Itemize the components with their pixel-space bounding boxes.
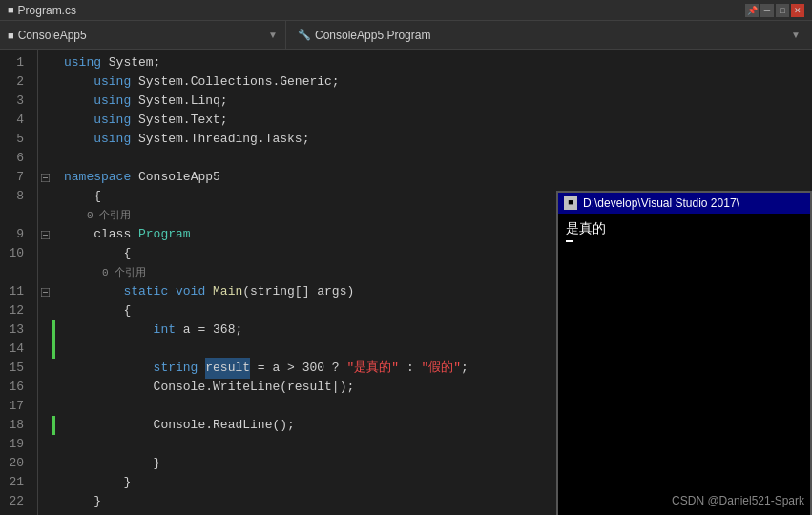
code-line: using System.Text;	[64, 111, 812, 130]
console-title-text: D:\develop\Visual Studio 2017\	[583, 196, 804, 210]
code-token: {	[64, 244, 131, 263]
line-number: 1	[0, 53, 30, 72]
line-number: 14	[0, 340, 30, 359]
code-line	[64, 149, 812, 168]
nav-right-chevron: ▼	[791, 30, 801, 40]
line-number: 9	[0, 225, 30, 244]
code-token: static void	[64, 282, 213, 301]
maximize-button[interactable]: □	[776, 4, 789, 17]
collapse-indicator	[38, 263, 52, 282]
line-number: 3	[0, 92, 30, 111]
collapse-indicator	[38, 397, 52, 416]
collapse-indicator	[38, 359, 52, 378]
line-numbers: 1234567891011121314151617181920212223	[0, 50, 38, 515]
code-token: Main	[213, 282, 242, 301]
code-token: }	[64, 492, 101, 511]
line-number: 2	[0, 72, 30, 92]
collapse-indicator	[38, 244, 52, 263]
line-number: 21	[0, 473, 30, 492]
code-token: (string[] args)	[242, 282, 354, 301]
nav-right-dropdown[interactable]: 🔧 ConsoleApp5.Program ▼	[286, 29, 812, 42]
code-token: using	[64, 111, 131, 130]
code-token: "是真的"	[346, 359, 399, 378]
code-token: }	[64, 473, 131, 492]
collapse-indicator	[38, 92, 52, 111]
collapse-indicator[interactable]	[38, 168, 52, 187]
code-line: using System.Linq;	[64, 92, 812, 111]
console-title-bar: ■ D:\develop\Visual Studio 2017\	[558, 193, 810, 214]
line-number	[0, 263, 30, 282]
line-number: 23	[0, 511, 30, 515]
collapse-indicator	[38, 378, 52, 397]
nav-left-dropdown[interactable]: ■ ConsoleApp5 ▼	[0, 21, 286, 49]
code-token: System.Threading.Tasks;	[131, 130, 309, 149]
nav-left-chevron: ▼	[268, 30, 278, 40]
line-number: 19	[0, 435, 30, 454]
code-token: ConsoleApp5	[131, 168, 220, 187]
code-token: ;	[461, 359, 468, 378]
nav-right-label: ConsoleApp5.Program	[315, 29, 430, 42]
code-token: namespace	[64, 168, 131, 187]
title-bar-controls: 📌 ─ □ ✕	[745, 4, 804, 17]
line-number: 12	[0, 301, 30, 320]
pin-button[interactable]: 📌	[745, 4, 759, 17]
close-button[interactable]: ✕	[791, 4, 804, 17]
code-token: a = 368;	[176, 320, 242, 340]
line-number: 8	[0, 187, 30, 206]
collapse-indicator	[38, 301, 52, 320]
collapse-indicator[interactable]	[38, 282, 52, 301]
line-number: 6	[0, 149, 30, 168]
nav-bar: ■ ConsoleApp5 ▼ 🔧 ConsoleApp5.Program ▼	[0, 21, 812, 50]
nav-left-icon: ■	[8, 30, 14, 41]
code-token: result	[205, 358, 250, 379]
code-line: namespace ConsoleApp5	[64, 168, 812, 187]
console-cursor	[566, 240, 573, 242]
line-number: 20	[0, 454, 30, 473]
line-number: 13	[0, 320, 30, 340]
code-token: System;	[101, 53, 160, 72]
line-number: 7	[0, 168, 30, 187]
title-bar: ■ Program.cs 📌 ─ □ ✕	[0, 0, 812, 21]
code-token: string	[64, 359, 205, 378]
code-token: Program	[138, 225, 191, 244]
code-token: }	[64, 454, 160, 473]
code-token: using	[64, 92, 131, 111]
code-token: using	[64, 53, 101, 72]
console-icon: ■	[564, 196, 577, 210]
code-token: int	[64, 320, 176, 340]
code-line: using System.Collections.Generic;	[64, 72, 812, 92]
code-line: using System.Threading.Tasks;	[64, 130, 812, 149]
code-token: class	[64, 225, 138, 244]
line-number: 18	[0, 416, 30, 435]
code-line: using System;	[64, 53, 812, 72]
collapse-indicator[interactable]	[38, 53, 52, 72]
console-window: ■ D:\develop\Visual Studio 2017\ 是真的	[556, 191, 812, 515]
code-token: {	[64, 187, 101, 206]
change-indicator-segment	[52, 320, 55, 340]
code-token: using	[64, 130, 131, 149]
line-number: 22	[0, 492, 30, 511]
code-token: System.Collections.Generic;	[131, 72, 339, 92]
file-icon: ■	[8, 5, 14, 16]
collapse-indicator	[38, 454, 52, 473]
collapse-indicator	[38, 72, 52, 92]
collapse-indicator[interactable]	[38, 225, 52, 244]
editor-container: 1234567891011121314151617181920212223 us…	[0, 50, 812, 515]
line-number	[0, 206, 30, 225]
nav-right-icon: 🔧	[298, 29, 311, 41]
line-number: 16	[0, 378, 30, 397]
collapse-indicator	[38, 340, 52, 359]
minimize-button[interactable]: ─	[760, 4, 774, 17]
watermark: CSDN @Daniel521-Spark	[672, 494, 804, 507]
code-token: Console.WriteLine(result	[64, 378, 332, 397]
line-number: 4	[0, 111, 30, 130]
collapse-indicators	[38, 50, 52, 515]
console-body: 是真的	[558, 214, 810, 515]
code-token: "假的"	[421, 359, 461, 378]
code-token: System.Text;	[131, 111, 227, 130]
change-indicator-segment	[52, 340, 55, 359]
code-token: |	[332, 378, 340, 397]
change-indicator-segment	[52, 416, 55, 435]
code-token: {	[64, 301, 131, 320]
collapse-indicator	[38, 320, 52, 340]
